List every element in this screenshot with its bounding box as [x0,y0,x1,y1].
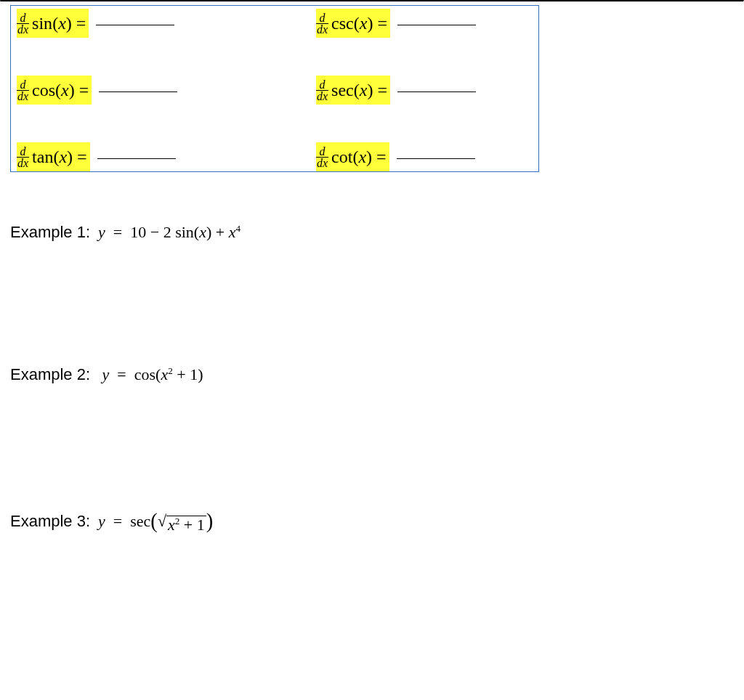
fraction-ddx: d dx [17,12,29,35]
answer-blank[interactable] [397,158,475,159]
derivative-expr: csc(x) = [331,14,387,33]
derivative-row: d dx tan(x) = d dx co [11,142,538,171]
answer-blank[interactable] [97,158,176,159]
example-3: Example 3: y = sec(√x2 + 1) [10,508,734,532]
highlight: d dx sec(x) = [316,76,390,105]
derivative-cell: d dx cos(x) = [11,76,316,105]
derivative-expr: tan(x) = [32,147,87,167]
highlight: d dx csc(x) = [316,9,390,38]
sqrt-icon: √x2 + 1 [158,513,206,532]
fraction-ddx: d dx [17,146,29,168]
fraction-ddx: d dx [17,79,29,102]
derivative-cell: d dx cot(x) = [316,142,538,171]
fraction-ddx: d dx [316,12,328,35]
derivative-cell: d dx tan(x) = [11,142,316,171]
highlight: d dx cos(x) = [17,76,92,105]
derivative-expr: sec(x) = [331,81,387,100]
derivative-cell: d dx sin(x) = [11,9,316,38]
derivative-cell: d dx csc(x) = [316,9,538,38]
highlight: d dx tan(x) = [17,142,90,171]
derivative-expr: cot(x) = [331,147,387,167]
derivative-cell: d dx sec(x) = [316,76,538,105]
fraction-ddx: d dx [316,79,328,102]
example-label: Example 2: [10,366,90,384]
example-label: Example 1: [10,223,90,241]
answer-blank[interactable] [99,91,177,92]
derivative-expr: sin(x) = [32,14,86,33]
example-label: Example 3: [10,512,90,530]
example-1: Example 1: y = 10 − 2 sin(x) + x4 [10,223,734,242]
derivative-row: d dx cos(x) = d dx se [11,76,538,105]
highlight: d dx sin(x) = [17,9,89,38]
answer-blank[interactable] [96,25,174,25]
derivative-expr: cos(x) = [32,81,89,100]
fraction-ddx: d dx [316,146,328,168]
highlight: d dx cot(x) = [316,142,389,171]
answer-blank[interactable] [397,25,476,25]
example-2: Example 2: y = cos(x2 + 1) [10,365,734,384]
derivatives-box: d dx sin(x) = d dx cs [10,5,539,172]
answer-blank[interactable] [397,91,476,92]
derivative-row: d dx sin(x) = d dx cs [11,9,538,38]
